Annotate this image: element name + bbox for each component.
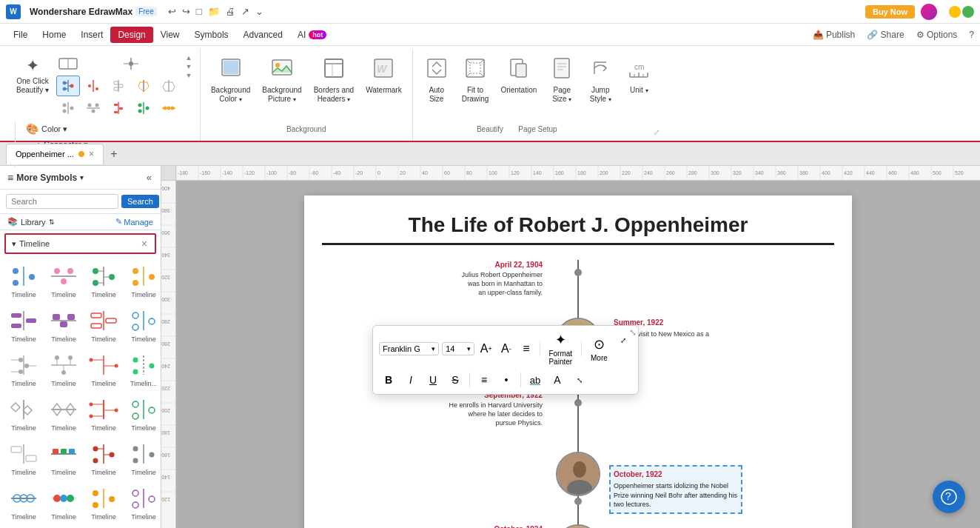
shape-item-7[interactable]: Timeline: [84, 304, 123, 347]
redo-button[interactable]: ↪: [180, 4, 192, 19]
shape-item-23[interactable]: Timeline: [84, 482, 123, 525]
shape-btn-8[interactable]: [56, 98, 80, 118]
ft-ordered-list-btn[interactable]: ≡: [474, 370, 494, 390]
orientation-button[interactable]: Orientation: [496, 53, 541, 98]
shape-item-15[interactable]: Timeline: [84, 393, 123, 436]
shape-item-14[interactable]: Timeline: [44, 393, 83, 436]
watermark-button[interactable]: W Watermark: [361, 53, 406, 98]
fab-button[interactable]: ?: [933, 481, 965, 513]
search-button[interactable]: Search: [121, 195, 159, 208]
new-button[interactable]: □: [194, 4, 204, 19]
shape-btn-10[interactable]: [107, 98, 130, 118]
timeline-section-header[interactable]: ▾ Timeline ×: [4, 233, 156, 254]
menu-ai[interactable]: AI hot: [290, 27, 334, 43]
help-btn[interactable]: ?: [969, 30, 974, 40]
menu-file[interactable]: File: [6, 27, 35, 43]
shape-btn-4[interactable]: [81, 76, 105, 96]
color-combo-btn[interactable]: 🎨 Color ▾: [21, 121, 194, 136]
shape-item-10[interactable]: Timeline: [44, 349, 83, 392]
ft-increase-font-btn[interactable]: A+: [477, 339, 494, 358]
ft-more-btn[interactable]: ⊙ More: [586, 335, 612, 364]
export-button[interactable]: ↗: [239, 4, 252, 19]
shape-item-4[interactable]: Timeline: [124, 260, 161, 303]
ft-align-btn[interactable]: ≡: [517, 339, 534, 358]
shape-item-9[interactable]: Timeline: [4, 349, 43, 392]
publish-btn[interactable]: 📤 Publish: [813, 30, 856, 40]
shape-btn-11[interactable]: [132, 98, 155, 118]
page-size-button[interactable]: PageSize ▾: [544, 53, 580, 107]
ft-unordered-list-btn[interactable]: •: [497, 370, 516, 390]
canvas-scroll[interactable]: The Life of Robert J. Oppenheimer April …: [176, 181, 980, 528]
more-qa-button[interactable]: ⌄: [253, 4, 266, 19]
shape-item-20[interactable]: Timeline: [124, 438, 161, 481]
shape-item-21[interactable]: Timeline: [4, 482, 43, 525]
shape-item-18[interactable]: Timeline: [44, 438, 83, 481]
manage-link[interactable]: ✎ Manage: [115, 217, 153, 227]
auto-size-button[interactable]: AutoSize: [419, 53, 454, 107]
shape-item-8[interactable]: Timeline: [124, 304, 161, 347]
user-avatar[interactable]: [921, 4, 937, 20]
fit-to-drawing-button[interactable]: Fit toDrawing: [457, 53, 494, 107]
ft-highlight-btn[interactable]: ab: [526, 370, 545, 390]
menu-design[interactable]: Design: [110, 27, 152, 43]
search-input[interactable]: [6, 194, 118, 209]
floating-toolbar-collapse-btn[interactable]: ⤡: [629, 327, 637, 338]
jump-style-button[interactable]: JumpStyle ▾: [583, 53, 618, 107]
tab-oppenheimer[interactable]: Oppenheimer ... ×: [6, 144, 104, 164]
ft-format-painter-btn[interactable]: ✦ FormatPainter: [544, 330, 577, 367]
sidebar-collapse-button[interactable]: «: [145, 170, 153, 184]
menu-advanced[interactable]: Advanced: [236, 27, 290, 43]
tab-close-button[interactable]: ×: [89, 149, 94, 159]
shape-item-19[interactable]: Timeline: [84, 438, 123, 481]
ft-size-select[interactable]: 14 ▾: [442, 342, 474, 355]
shape-item-5[interactable]: Timeline: [4, 304, 43, 347]
ft-collapse-row-btn[interactable]: ⤡: [570, 370, 589, 390]
borders-headers-button[interactable]: Borders andHeaders ▾: [309, 53, 358, 107]
expand-mid-arrow[interactable]: ▼: [184, 62, 194, 71]
print-button[interactable]: 🖨: [224, 4, 238, 19]
timeline-close-button[interactable]: ×: [140, 238, 149, 250]
background-color-button[interactable]: BackgroundColor ▾: [207, 53, 255, 107]
shape-btn-12[interactable]: [157, 98, 181, 118]
shape-item-22[interactable]: Timeline: [44, 482, 83, 525]
buy-now-button[interactable]: Buy Now: [865, 5, 915, 19]
expand-up-arrow[interactable]: ▲: [184, 53, 194, 62]
open-button[interactable]: 📁: [206, 4, 222, 19]
menu-view[interactable]: View: [153, 27, 187, 43]
menu-insert[interactable]: Insert: [73, 27, 110, 43]
share-btn[interactable]: 🔗 Share: [867, 30, 904, 40]
shape-btn-2[interactable]: [119, 53, 143, 74]
ft-italic-btn[interactable]: I: [401, 370, 420, 390]
shape-btn-1[interactable]: [56, 53, 80, 74]
shape-btn-5[interactable]: [107, 76, 130, 96]
undo-button[interactable]: ↩: [166, 4, 178, 19]
unit-button[interactable]: cm Unit ▾: [621, 53, 657, 98]
ribbon-corner-expand-icon[interactable]: ⤢: [654, 128, 660, 136]
expand-down-arrow[interactable]: ▼: [184, 71, 194, 80]
shape-item-6[interactable]: Timeline: [44, 304, 83, 347]
ft-bold-btn[interactable]: B: [379, 370, 398, 390]
shape-item-12[interactable]: Timelin...: [124, 349, 161, 392]
shape-item-2[interactable]: Timeline: [44, 260, 83, 303]
shape-item-24[interactable]: Timeline: [124, 482, 161, 525]
options-btn[interactable]: ⚙ Options: [916, 30, 958, 40]
ft-decrease-font-btn[interactable]: A-: [497, 339, 514, 358]
shape-btn-9[interactable]: [81, 98, 105, 118]
shape-item-17[interactable]: Timeline: [4, 438, 43, 481]
ft-font-color-btn[interactable]: A: [548, 370, 567, 390]
menu-home[interactable]: Home: [35, 27, 73, 43]
shape-item-11[interactable]: Timeline: [84, 349, 123, 392]
shape-btn-3[interactable]: [56, 76, 80, 96]
ft-font-select[interactable]: Franklin G ▾: [379, 342, 439, 355]
maximize-button[interactable]: [962, 6, 974, 18]
shape-item-13[interactable]: Timeline: [4, 393, 43, 436]
shape-item-16[interactable]: Timeline: [124, 393, 161, 436]
background-picture-button[interactable]: BackgroundPicture ▾: [258, 53, 306, 107]
menu-symbols[interactable]: Symbols: [187, 27, 236, 43]
ft-underline-btn[interactable]: U: [423, 370, 443, 390]
one-click-beautify-button[interactable]: ✦ One ClickBeautify ▾: [12, 53, 53, 98]
ft-strikethrough-btn[interactable]: S: [446, 370, 465, 390]
shape-btn-7[interactable]: [157, 76, 181, 96]
minimize-button[interactable]: [949, 6, 961, 18]
shape-item-1[interactable]: Timeline: [4, 260, 43, 303]
